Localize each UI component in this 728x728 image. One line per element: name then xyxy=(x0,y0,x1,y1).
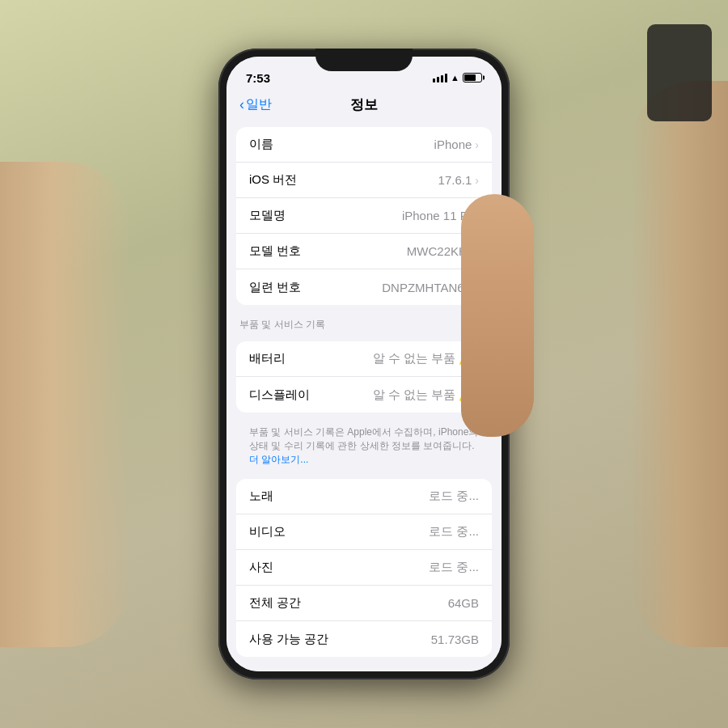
row-value-photos: 로드 중... xyxy=(429,560,479,575)
content-area: 이름 iPhone › iOS 버전 17.6.1 › xyxy=(226,121,502,671)
table-row[interactable]: 디스플레이 알 수 없는 부품 ⚠️ › xyxy=(236,377,492,413)
row-value-ios: 17.6.1 › xyxy=(438,173,479,187)
nav-bar: ‹ 일반 정보 xyxy=(226,92,502,121)
info-section: 이름 iPhone › iOS 버전 17.6.1 › xyxy=(236,127,492,305)
notch xyxy=(315,49,413,71)
row-label-videos: 비디오 xyxy=(249,524,286,540)
row-value-available: 51.73GB xyxy=(431,633,479,646)
row-label-name: 이름 xyxy=(249,137,273,152)
value-songs: 로드 중... xyxy=(429,489,479,504)
battery-icon xyxy=(463,73,482,83)
parts-service-section: 배터리 알 수 없는 부품 ⚠️ › 디스플레이 알 수 없는 부품 ⚠️ › xyxy=(236,341,492,413)
table-row: 비디오 로드 중... xyxy=(236,514,492,550)
battery-fill xyxy=(464,74,476,81)
row-label-photos: 사진 xyxy=(249,560,273,575)
table-row[interactable]: 이름 iPhone › xyxy=(236,127,492,163)
signal-icon xyxy=(433,74,447,83)
row-label-total-storage: 전체 공간 xyxy=(249,595,301,611)
value-videos: 로드 중... xyxy=(429,524,479,540)
chevron-right-icon: › xyxy=(475,174,479,187)
table-row[interactable]: 배터리 알 수 없는 부품 ⚠️ › xyxy=(236,341,492,377)
value-available: 51.73GB xyxy=(431,633,479,646)
row-value-videos: 로드 중... xyxy=(429,524,479,540)
row-label-ios: iOS 버전 xyxy=(249,172,297,188)
storage-section: 노래 로드 중... 비디오 로드 중... 사진 xyxy=(236,479,492,657)
row-value-name: iPhone › xyxy=(434,138,479,151)
nav-title: 정보 xyxy=(350,95,378,114)
device-background-object xyxy=(647,24,712,121)
learn-more-link[interactable]: 더 알아보기... xyxy=(249,454,308,465)
row-label-available: 사용 가능 공간 xyxy=(249,632,328,647)
footnote-text: 부품 및 서비스 기록은 Apple에서 수집하며, iPhone의 상태 및 … xyxy=(249,426,478,451)
row-label-model-number: 모델 번호 xyxy=(249,243,301,259)
table-row: 사진 로드 중... xyxy=(236,550,492,586)
hand-left xyxy=(0,162,129,647)
value-display: 알 수 없는 부품 xyxy=(373,387,456,403)
row-value-songs: 로드 중... xyxy=(429,489,479,504)
hand-right xyxy=(631,81,728,647)
finger-thumb xyxy=(461,194,534,437)
row-label-model-name: 모델명 xyxy=(249,208,286,223)
table-row: 모델 번호 MWC22KH/A xyxy=(236,234,492,269)
status-time: 7:53 xyxy=(246,71,270,85)
back-button[interactable]: ‹ 일반 xyxy=(239,96,272,113)
table-row: 전체 공간 64GB xyxy=(236,586,492,621)
value-battery: 알 수 없는 부품 xyxy=(373,351,456,366)
parts-service-footnote: 부품 및 서비스 기록은 Apple에서 수집하며, iPhone의 상태 및 … xyxy=(236,419,492,472)
value-total-storage: 64GB xyxy=(448,596,479,610)
table-row[interactable]: iOS 버전 17.6.1 › xyxy=(236,163,492,198)
row-label-display: 디스플레이 xyxy=(249,387,310,403)
wifi-icon: ▲ xyxy=(451,73,459,83)
parts-service-header: 부품 및 서비스 기록 xyxy=(226,311,502,335)
row-value-total-storage: 64GB xyxy=(448,596,479,610)
phone-wrapper: 7:53 ▲ ‹ 일반 xyxy=(218,49,510,679)
back-label: 일반 xyxy=(246,96,272,113)
table-row: 일련 번호 DNPZMHTAN6Y2 xyxy=(236,269,492,305)
row-label-songs: 노래 xyxy=(249,489,273,504)
table-row: 노래 로드 중... xyxy=(236,479,492,514)
row-label-battery: 배터리 xyxy=(249,351,286,366)
table-row: 모델명 iPhone 11 Pro xyxy=(236,198,492,234)
status-right: ▲ xyxy=(433,73,482,83)
chevron-right-icon: › xyxy=(475,138,479,151)
phone-screen: 7:53 ▲ ‹ 일반 xyxy=(226,57,502,671)
chevron-left-icon: ‹ xyxy=(239,96,244,113)
value-photos: 로드 중... xyxy=(429,560,479,575)
table-row: 사용 가능 공간 51.73GB xyxy=(236,621,492,657)
row-label-serial: 일련 번호 xyxy=(249,280,301,295)
value-ios: 17.6.1 xyxy=(438,173,472,187)
value-name: iPhone xyxy=(434,138,472,151)
